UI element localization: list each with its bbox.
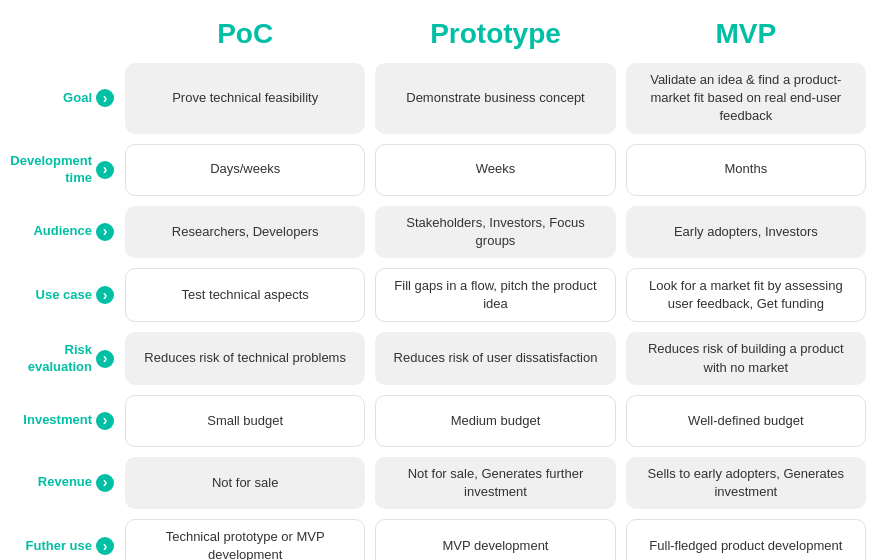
- poc-cell: Not for sale: [120, 452, 370, 514]
- poc-value: Small budget: [125, 395, 365, 447]
- row-label: Use case: [36, 287, 92, 304]
- mvp-cell: Well-defined budget: [621, 390, 871, 452]
- rows-container: Goal Prove technical feasibilityDemonstr…: [10, 58, 871, 560]
- poc-cell: Prove technical feasibility: [120, 58, 370, 139]
- comparison-table: PoC Prototype MVP: [10, 10, 871, 58]
- label-cell-use-case: Use case: [10, 263, 120, 327]
- row-label: Goal: [63, 90, 92, 107]
- row-label: Revenue: [38, 474, 92, 491]
- chevron-icon[interactable]: [96, 286, 114, 304]
- label-cell-goal: Goal: [10, 58, 120, 139]
- poc-value: Test technical aspects: [125, 268, 365, 322]
- chevron-icon[interactable]: [96, 161, 114, 179]
- poc-value: Prove technical feasibility: [125, 63, 365, 134]
- mvp-cell: Reduces risk of building a product with …: [621, 327, 871, 389]
- mvp-cell: Sells to early adopters, Generates inves…: [621, 452, 871, 514]
- mvp-cell: Look for a market fit by assessing user …: [621, 263, 871, 327]
- chevron-icon[interactable]: [96, 89, 114, 107]
- poc-value: Researchers, Developers: [125, 206, 365, 258]
- mvp-cell: Months: [621, 139, 871, 201]
- poc-value: Reduces risk of technical problems: [125, 332, 365, 384]
- poc-value: Technical prototype or MVP development: [125, 519, 365, 560]
- poc-cell: Researchers, Developers: [120, 201, 370, 263]
- chevron-icon[interactable]: [96, 412, 114, 430]
- mvp-value: Look for a market fit by assessing user …: [626, 268, 866, 322]
- row-label: Investment: [23, 412, 92, 429]
- prototype-cell: Stakeholders, Investors, Focus groups: [370, 201, 620, 263]
- label-cell-audience: Audience: [10, 201, 120, 263]
- mvp-value: Months: [626, 144, 866, 196]
- header-mvp: MVP: [621, 10, 871, 58]
- mvp-value: Validate an idea & find a product-market…: [626, 63, 866, 134]
- poc-value: Not for sale: [125, 457, 365, 509]
- prototype-value: Demonstrate business concept: [375, 63, 615, 134]
- prototype-value: Reduces risk of user dissatisfaction: [375, 332, 615, 384]
- poc-cell: Test technical aspects: [120, 263, 370, 327]
- poc-value: Days/weeks: [125, 144, 365, 196]
- label-cell-revenue: Revenue: [10, 452, 120, 514]
- prototype-cell: Demonstrate business concept: [370, 58, 620, 139]
- chevron-icon[interactable]: [96, 223, 114, 241]
- mvp-cell: Validate an idea & find a product-market…: [621, 58, 871, 139]
- mvp-value: Early adopters, Investors: [626, 206, 866, 258]
- prototype-cell: Weeks: [370, 139, 620, 201]
- mvp-value: Well-defined budget: [626, 395, 866, 447]
- prototype-value: Fill gaps in a flow, pitch the product i…: [375, 268, 615, 322]
- row-label: Futher use: [26, 538, 92, 555]
- label-cell-development-time: Development time: [10, 139, 120, 201]
- mvp-value: Reduces risk of building a product with …: [626, 332, 866, 384]
- label-cell-investment: Investment: [10, 390, 120, 452]
- prototype-value: Not for sale, Generates further investme…: [375, 457, 615, 509]
- row-label: Risk evaluation: [10, 342, 92, 376]
- prototype-cell: MVP development: [370, 514, 620, 560]
- poc-cell: Small budget: [120, 390, 370, 452]
- mvp-cell: Early adopters, Investors: [621, 201, 871, 263]
- prototype-value: Stakeholders, Investors, Focus groups: [375, 206, 615, 258]
- chevron-icon[interactable]: [96, 474, 114, 492]
- mvp-cell: Full-fledged product development: [621, 514, 871, 560]
- label-cell-futher-use: Futher use: [10, 514, 120, 560]
- header-empty: [10, 10, 120, 58]
- mvp-value: Sells to early adopters, Generates inves…: [626, 457, 866, 509]
- label-cell-risk-evaluation: Risk evaluation: [10, 327, 120, 389]
- header-prototype: Prototype: [370, 10, 620, 58]
- prototype-cell: Not for sale, Generates further investme…: [370, 452, 620, 514]
- prototype-cell: Reduces risk of user dissatisfaction: [370, 327, 620, 389]
- chevron-icon[interactable]: [96, 350, 114, 368]
- poc-cell: Reduces risk of technical problems: [120, 327, 370, 389]
- prototype-value: Weeks: [375, 144, 615, 196]
- prototype-cell: Fill gaps in a flow, pitch the product i…: [370, 263, 620, 327]
- poc-cell: Technical prototype or MVP development: [120, 514, 370, 560]
- prototype-value: Medium budget: [375, 395, 615, 447]
- chevron-icon[interactable]: [96, 537, 114, 555]
- prototype-cell: Medium budget: [370, 390, 620, 452]
- row-label: Audience: [33, 223, 92, 240]
- prototype-value: MVP development: [375, 519, 615, 560]
- poc-cell: Days/weeks: [120, 139, 370, 201]
- row-label: Development time: [10, 153, 92, 187]
- mvp-value: Full-fledged product development: [626, 519, 866, 560]
- header-poc: PoC: [120, 10, 370, 58]
